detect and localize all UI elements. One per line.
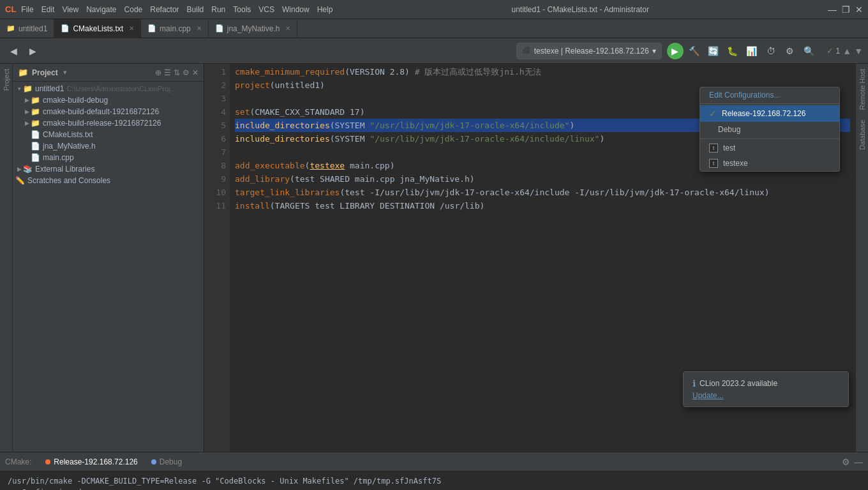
term-line-1: /usr/bin/cmake -DCMAKE_BUILD_TYPE=Releas… [8, 475, 860, 487]
profile-button[interactable]: ⏱ [763, 43, 779, 59]
cpp-file-icon: 📄 [147, 24, 156, 33]
sidebar-tab-project[interactable]: Project [1, 64, 11, 96]
cmake-tab-release[interactable]: Release-192.168.72.126 [39, 455, 144, 469]
tree-jnamynative[interactable]: 📄 jna_MyNative.h [13, 140, 204, 152]
menu-help[interactable]: Help [317, 5, 333, 14]
title-bar: CL File Edit View Navigate Code Refactor… [0, 0, 868, 19]
menu-code[interactable]: Code [124, 5, 143, 14]
left-sidebar-strip: Project [0, 64, 13, 452]
notification-update-link[interactable]: Update... [692, 391, 724, 400]
tree-cmakelists[interactable]: 📄 CMakeLists.txt [13, 129, 204, 140]
cmake-tab-debug[interactable]: Debug [145, 455, 189, 469]
release-dot-icon [45, 459, 50, 464]
project-icon-list[interactable]: ☰ [164, 68, 171, 77]
tab-jnamynative[interactable]: 📄 jna_MyNative.h ✕ [209, 19, 298, 38]
tab-cmakelists[interactable]: 📄 CMakeLists.txt ✕ [54, 19, 141, 38]
project-icon-close[interactable]: ✕ [192, 68, 198, 77]
cmake-output: /usr/bin/cmake -DCMAKE_BUILD_TYPE=Releas… [0, 471, 868, 490]
tab-close-jnamynative[interactable]: ✕ [285, 25, 290, 32]
nav-down-button[interactable]: ▼ [854, 46, 863, 56]
dropdown-testexe-item[interactable]: t testexe [700, 156, 839, 171]
extlibs-icon: 📚 [23, 165, 33, 174]
menu-view[interactable]: View [62, 5, 79, 14]
sidebar-tab-database[interactable]: Database [857, 115, 867, 155]
menu-vcs[interactable]: VCS [258, 5, 274, 14]
code-line-9: add_library(test SHARED main.cpp jna_MyN… [235, 172, 850, 186]
cmake-debug-label: cmake-build-debug [43, 96, 108, 105]
menu-refactor[interactable]: Refactor [150, 5, 179, 14]
maincpp-file-icon: 📄 [31, 153, 40, 162]
root-path: C:\Users\Administrator\CLionProj... [66, 85, 176, 93]
menu-tools[interactable]: Tools [233, 5, 251, 14]
close-button[interactable]: ✕ [855, 4, 863, 15]
tree-maincpp[interactable]: 📄 main.cpp [13, 152, 204, 163]
tab-close-maincpp[interactable]: ✕ [197, 25, 202, 32]
project-icon-add[interactable]: ⊕ [155, 68, 161, 77]
tree-cmake-build-default[interactable]: ▶ 📁 cmake-build-default-19216872126 [13, 106, 204, 117]
menu-build[interactable]: Build [187, 5, 204, 14]
tab-close-cmake[interactable]: ✕ [129, 25, 134, 32]
tree-cmake-build-release[interactable]: ▶ 📁 cmake-build-release-19216872126 [13, 117, 204, 129]
maximize-button[interactable]: ❐ [842, 4, 850, 15]
tree-cmake-build-debug[interactable]: ▶ 📁 cmake-build-debug [13, 94, 204, 106]
cmakelists-file-icon: 📄 [31, 130, 40, 139]
menu-window[interactable]: Window [282, 5, 310, 14]
search-button[interactable]: 🔍 [801, 43, 818, 59]
debug-dot-icon [151, 459, 156, 464]
tab-maincpp[interactable]: 📄 main.cpp ✕ [141, 19, 209, 38]
cmake-debug-icon: 📁 [31, 96, 40, 105]
toolbar-back-button[interactable]: ◀ [5, 43, 22, 59]
menu-navigate[interactable]: Navigate [86, 5, 116, 14]
tree-external-libs[interactable]: ▶ 📚 External Libraries [13, 163, 204, 175]
root-arrow: ▾ [15, 85, 23, 92]
run-config-icon: ⬛ [522, 47, 531, 55]
cmake-file-icon: 📄 [61, 24, 70, 33]
coverage-button[interactable]: 📊 [744, 43, 760, 59]
selected-check-icon: ✓ [709, 108, 717, 119]
minimize-button[interactable]: — [828, 4, 837, 15]
notification-title-text: CLion 2023.2 available [700, 379, 777, 388]
project-header: 📁 Project ▾ ⊕ ☰ ⇅ ⚙ ✕ [13, 64, 204, 82]
project-chevron[interactable]: ▾ [63, 68, 67, 77]
main-layout: Project 📁 Project ▾ ⊕ ☰ ⇅ ⚙ ✕ ▾ 📁 untitl… [0, 64, 868, 452]
tab-label-untitled1: untitled1 [19, 24, 47, 33]
menu-edit[interactable]: Edit [41, 5, 55, 14]
cmake-release-tab-label: Release-192.168.72.126 [54, 457, 137, 466]
bottom-close-icon[interactable]: — [854, 457, 863, 467]
cmakelists-label: CMakeLists.txt [43, 130, 93, 139]
rebuild-button[interactable]: 🔄 [705, 43, 722, 59]
dropdown-release-item[interactable]: ✓ Release-192.168.72.126 [700, 105, 839, 122]
debug-button[interactable]: 🐛 [724, 43, 741, 59]
tab-untitled1[interactable]: 📁 untitled1 [0, 19, 54, 38]
editor-area: 1 2 3 4 5 6 7 8 9 10 11 cmake_minimum_re… [204, 64, 855, 452]
code-line-10: target_link_libraries(test -I/usr/lib/jv… [235, 186, 850, 199]
bottom-tabs: CMake: Release-192.168.72.126 Debug ⚙ — [0, 452, 868, 471]
project-icon-sort[interactable]: ⇅ [174, 68, 180, 77]
menu-run[interactable]: Run [211, 5, 225, 14]
test-config-label: test [723, 144, 735, 152]
cmake-default-icon: 📁 [31, 107, 40, 116]
window-controls: — ❐ ✕ [828, 4, 863, 15]
menu-file[interactable]: File [21, 5, 33, 14]
project-folder-icon: 📁 [18, 68, 28, 77]
toolbar-forward-button[interactable]: ▶ [24, 43, 41, 59]
tree-root[interactable]: ▾ 📁 untitled1 C:\Users\Administrator\CLi… [13, 83, 204, 94]
project-toolbar-icons: ⊕ ☰ ⇅ ⚙ ✕ [155, 68, 198, 77]
bottom-settings-icon[interactable]: ⚙ [842, 457, 850, 467]
scratches-icon: ✏️ [15, 176, 25, 185]
run-button[interactable]: ▶ [667, 43, 684, 59]
dropdown-test-item[interactable]: t test [700, 140, 839, 156]
build-button[interactable]: 🔨 [686, 43, 703, 59]
edit-configurations-item[interactable]: Edit Configurations... [700, 87, 839, 104]
tree-scratches[interactable]: ✏️ Scratches and Consoles [13, 175, 204, 186]
check-count: 1 [836, 47, 841, 56]
settings-button[interactable]: ⚙ [782, 43, 798, 59]
nav-up-button[interactable]: ▲ [842, 46, 851, 56]
root-label: untitled1 [35, 84, 64, 93]
dropdown-debug-item[interactable]: Debug [700, 122, 839, 137]
sidebar-tab-remote-host[interactable]: Remote Host [857, 64, 867, 115]
project-icon-settings[interactable]: ⚙ [183, 68, 190, 77]
toolbar: ◀ ▶ ⬛ testexe | Release-192.168.72.126 ▾… [0, 38, 868, 64]
code-line-1: cmake_minimum_required(VERSION 2.8) # 版本… [235, 65, 850, 78]
run-config-selector[interactable]: ⬛ testexe | Release-192.168.72.126 ▾ [516, 43, 662, 59]
